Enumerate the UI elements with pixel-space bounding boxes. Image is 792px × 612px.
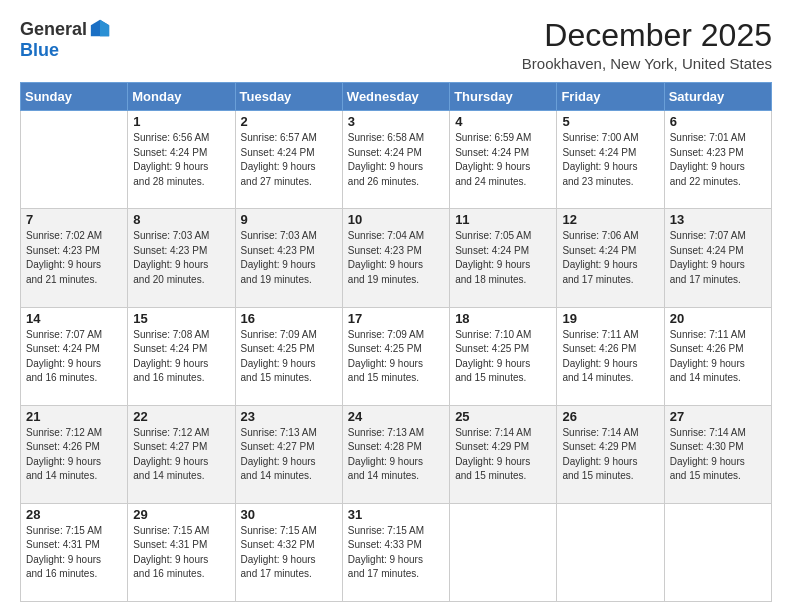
day-number: 9 [241,212,337,227]
sunrise-text: Sunrise: 7:15 AM [241,524,337,539]
sunset-text: Sunset: 4:24 PM [670,244,766,259]
sunset-text: Sunset: 4:24 PM [348,146,444,161]
daylight-minutes: and 15 minutes. [241,371,337,386]
day-info: Sunrise: 7:00 AMSunset: 4:24 PMDaylight:… [562,131,658,189]
sunrise-text: Sunrise: 7:09 AM [348,328,444,343]
table-row [450,503,557,601]
daylight-minutes: and 16 minutes. [26,371,122,386]
day-info: Sunrise: 7:01 AMSunset: 4:23 PMDaylight:… [670,131,766,189]
sunset-text: Sunset: 4:24 PM [455,244,551,259]
daylight-minutes: and 14 minutes. [26,469,122,484]
day-info: Sunrise: 6:58 AMSunset: 4:24 PMDaylight:… [348,131,444,189]
daylight-minutes: and 14 minutes. [348,469,444,484]
day-info: Sunrise: 7:13 AMSunset: 4:28 PMDaylight:… [348,426,444,484]
calendar-week-2: 7Sunrise: 7:02 AMSunset: 4:23 PMDaylight… [21,209,772,307]
sunrise-text: Sunrise: 7:03 AM [133,229,229,244]
day-number: 6 [670,114,766,129]
day-info: Sunrise: 7:10 AMSunset: 4:25 PMDaylight:… [455,328,551,386]
day-number: 23 [241,409,337,424]
daylight-hours: Daylight: 9 hours [562,357,658,372]
sunset-text: Sunset: 4:28 PM [348,440,444,455]
table-row: 28Sunrise: 7:15 AMSunset: 4:31 PMDayligh… [21,503,128,601]
daylight-hours: Daylight: 9 hours [348,258,444,273]
sunset-text: Sunset: 4:32 PM [241,538,337,553]
day-number: 5 [562,114,658,129]
day-number: 11 [455,212,551,227]
calendar-week-1: 1Sunrise: 6:56 AMSunset: 4:24 PMDaylight… [21,111,772,209]
table-row: 8Sunrise: 7:03 AMSunset: 4:23 PMDaylight… [128,209,235,307]
logo-blue: Blue [20,40,59,61]
sunrise-text: Sunrise: 7:12 AM [133,426,229,441]
sunrise-text: Sunrise: 7:15 AM [348,524,444,539]
sunrise-text: Sunrise: 7:06 AM [562,229,658,244]
sunrise-text: Sunrise: 7:07 AM [670,229,766,244]
daylight-minutes: and 16 minutes. [133,371,229,386]
daylight-hours: Daylight: 9 hours [241,258,337,273]
day-info: Sunrise: 6:57 AMSunset: 4:24 PMDaylight:… [241,131,337,189]
calendar-week-4: 21Sunrise: 7:12 AMSunset: 4:26 PMDayligh… [21,405,772,503]
sunrise-text: Sunrise: 7:04 AM [348,229,444,244]
table-row [557,503,664,601]
table-row [664,503,771,601]
table-row: 30Sunrise: 7:15 AMSunset: 4:32 PMDayligh… [235,503,342,601]
location-title: Brookhaven, New York, United States [522,55,772,72]
daylight-minutes: and 19 minutes. [241,273,337,288]
logo-text: General [20,18,111,40]
daylight-minutes: and 15 minutes. [348,371,444,386]
sunset-text: Sunset: 4:30 PM [670,440,766,455]
daylight-minutes: and 15 minutes. [455,469,551,484]
sunrise-text: Sunrise: 7:09 AM [241,328,337,343]
day-info: Sunrise: 7:15 AMSunset: 4:31 PMDaylight:… [133,524,229,582]
day-number: 17 [348,311,444,326]
daylight-hours: Daylight: 9 hours [133,160,229,175]
sunrise-text: Sunrise: 7:11 AM [562,328,658,343]
day-info: Sunrise: 7:11 AMSunset: 4:26 PMDaylight:… [562,328,658,386]
daylight-hours: Daylight: 9 hours [455,258,551,273]
daylight-minutes: and 28 minutes. [133,175,229,190]
day-info: Sunrise: 7:14 AMSunset: 4:29 PMDaylight:… [562,426,658,484]
table-row: 6Sunrise: 7:01 AMSunset: 4:23 PMDaylight… [664,111,771,209]
col-monday: Monday [128,83,235,111]
daylight-hours: Daylight: 9 hours [133,258,229,273]
table-row: 12Sunrise: 7:06 AMSunset: 4:24 PMDayligh… [557,209,664,307]
daylight-minutes: and 20 minutes. [133,273,229,288]
daylight-minutes: and 17 minutes. [241,567,337,582]
day-number: 8 [133,212,229,227]
sunset-text: Sunset: 4:24 PM [562,244,658,259]
day-info: Sunrise: 7:12 AMSunset: 4:27 PMDaylight:… [133,426,229,484]
daylight-minutes: and 16 minutes. [26,567,122,582]
table-row: 14Sunrise: 7:07 AMSunset: 4:24 PMDayligh… [21,307,128,405]
calendar-week-5: 28Sunrise: 7:15 AMSunset: 4:31 PMDayligh… [21,503,772,601]
sunrise-text: Sunrise: 6:57 AM [241,131,337,146]
col-wednesday: Wednesday [342,83,449,111]
daylight-hours: Daylight: 9 hours [241,553,337,568]
day-number: 20 [670,311,766,326]
daylight-minutes: and 21 minutes. [26,273,122,288]
daylight-hours: Daylight: 9 hours [133,455,229,470]
day-info: Sunrise: 7:03 AMSunset: 4:23 PMDaylight:… [133,229,229,287]
day-number: 7 [26,212,122,227]
logo: General Blue [20,18,111,61]
day-number: 15 [133,311,229,326]
table-row: 21Sunrise: 7:12 AMSunset: 4:26 PMDayligh… [21,405,128,503]
sunset-text: Sunset: 4:24 PM [133,146,229,161]
sunset-text: Sunset: 4:25 PM [348,342,444,357]
day-number: 13 [670,212,766,227]
sunrise-text: Sunrise: 7:12 AM [26,426,122,441]
sunset-text: Sunset: 4:23 PM [670,146,766,161]
col-tuesday: Tuesday [235,83,342,111]
table-row: 10Sunrise: 7:04 AMSunset: 4:23 PMDayligh… [342,209,449,307]
day-number: 21 [26,409,122,424]
day-info: Sunrise: 7:05 AMSunset: 4:24 PMDaylight:… [455,229,551,287]
day-number: 2 [241,114,337,129]
sunrise-text: Sunrise: 7:14 AM [562,426,658,441]
day-number: 28 [26,507,122,522]
sunrise-text: Sunrise: 7:15 AM [26,524,122,539]
day-number: 16 [241,311,337,326]
day-number: 1 [133,114,229,129]
day-info: Sunrise: 7:13 AMSunset: 4:27 PMDaylight:… [241,426,337,484]
daylight-hours: Daylight: 9 hours [241,160,337,175]
weekday-row: Sunday Monday Tuesday Wednesday Thursday… [21,83,772,111]
table-row: 13Sunrise: 7:07 AMSunset: 4:24 PMDayligh… [664,209,771,307]
table-row: 16Sunrise: 7:09 AMSunset: 4:25 PMDayligh… [235,307,342,405]
